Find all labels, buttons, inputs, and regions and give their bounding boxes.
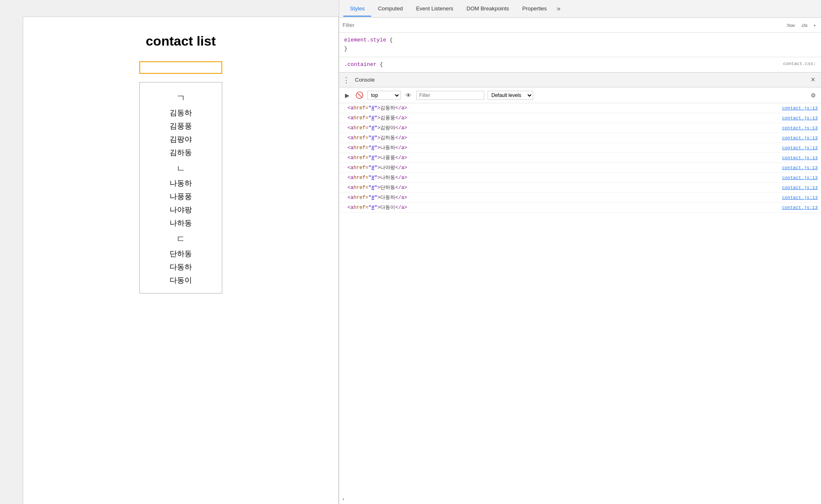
text-node: 김풍풍 [380, 114, 395, 121]
console-filter-input[interactable] [416, 91, 484, 100]
console-row-content: <a href="#">나동하</a> [347, 144, 782, 151]
text-node: 나동하 [380, 144, 395, 151]
list-item: 김풍풍 [170, 119, 192, 133]
tag-close-bracket: > [377, 195, 380, 201]
console-settings-button[interactable]: ⚙ [809, 91, 818, 100]
end-tag-name: a [401, 165, 404, 171]
log-level-selector[interactable]: Default levels [488, 91, 533, 100]
console-row: <a href="#">다동이</a> contact.js:13 [339, 203, 821, 213]
console-row-content: <a href="#">다동하</a> [347, 194, 782, 201]
console-row: <a href="#">나풍풍</a> contact.js:13 [339, 153, 821, 163]
element-style-close: } [344, 45, 816, 53]
end-tag-bracket: > [404, 175, 407, 181]
console-row-content: <a href="#">김풍풍</a> [347, 114, 782, 121]
styles-panel: :hov .cls + element.style { } .container… [339, 18, 821, 73]
tag-open: < [347, 205, 350, 211]
tab-computed[interactable]: Computed [371, 1, 409, 17]
text-node: 나풍풍 [380, 154, 395, 161]
tag-open: < [347, 185, 350, 191]
list-item: 나동하 [170, 177, 192, 190]
section-header-digeut: ㄷ [176, 233, 185, 245]
console-panel: ⋮ Console × ▶ 🚫 top 👁 Default levels ⚙ <… [339, 73, 821, 504]
console-row-source[interactable]: contact.js:13 [782, 106, 818, 111]
end-tag-bracket: > [404, 125, 407, 131]
console-row-source[interactable]: contact.js:13 [782, 195, 818, 200]
tab-properties[interactable]: Properties [516, 1, 554, 17]
tag-close-bracket: > [377, 175, 380, 181]
cls-button[interactable]: .cls [799, 22, 809, 28]
attr-value: "#" [368, 195, 377, 201]
tag-close-bracket: > [377, 115, 380, 121]
end-tag: </ [395, 125, 401, 131]
console-row: <a href="#">김팡야</a> contact.js:13 [339, 123, 821, 133]
tag-open: < [347, 115, 350, 121]
add-style-button[interactable]: + [812, 22, 818, 28]
attr-href: href= [353, 105, 368, 111]
console-row-content: <a href="#">김하동</a> [347, 134, 782, 141]
list-item: 다동하 [170, 260, 192, 274]
console-row-source[interactable]: contact.js:13 [782, 175, 818, 180]
tab-dom-breakpoints[interactable]: DOM Breakpoints [460, 1, 516, 17]
console-chevron-icon: › [342, 496, 344, 502]
styles-filter-row: :hov .cls + [339, 18, 821, 33]
console-row-source[interactable]: contact.js:13 [782, 116, 818, 121]
context-selector[interactable]: top [367, 91, 401, 100]
list-item: 나풍풍 [170, 190, 192, 203]
webpage-panel: contact list ㄱ 김동하 김풍풍 김팡야 김하동 ㄴ 나동하 나풍풍… [23, 17, 339, 504]
end-tag-bracket: > [404, 115, 407, 121]
end-tag: </ [395, 105, 401, 111]
hov-button[interactable]: :hov [785, 22, 797, 28]
list-item: 단하동 [170, 247, 192, 260]
clear-console-button[interactable]: 🚫 [355, 91, 364, 100]
console-row-source[interactable]: contact.js:13 [782, 165, 818, 170]
console-row-content: <a href="#">김팡야</a> [347, 124, 782, 131]
end-tag-name: a [401, 175, 404, 181]
tag-name: a [350, 185, 353, 191]
text-node: 다동하 [380, 194, 395, 201]
console-row-source[interactable]: contact.js:13 [782, 145, 818, 150]
end-tag: </ [395, 205, 401, 211]
attr-href: href= [353, 155, 368, 161]
console-row-source[interactable]: contact.js:13 [782, 155, 818, 160]
tag-name: a [350, 165, 353, 171]
attr-value: "#" [368, 145, 377, 151]
tag-close-bracket: > [377, 105, 380, 111]
console-row-source[interactable]: contact.js:13 [782, 126, 818, 131]
text-node: 김하동 [380, 134, 395, 141]
console-prompt-row[interactable]: › [339, 494, 821, 504]
console-row-content: <a href="#">나풍풍</a> [347, 154, 782, 161]
live-expressions-button[interactable]: 👁 [404, 91, 413, 100]
console-row-content: <a href="#">다동이</a> [347, 204, 782, 211]
tag-close-bracket: > [377, 155, 380, 161]
console-row-source[interactable]: contact.js:13 [782, 185, 818, 190]
end-tag-bracket: > [404, 105, 407, 111]
search-input[interactable] [139, 61, 222, 74]
container-style: .container { contact.css: [339, 57, 821, 73]
console-options-button[interactable]: ⋮ [342, 75, 350, 85]
tag-open: < [347, 135, 350, 141]
console-row-source[interactable]: contact.js:13 [782, 136, 818, 141]
end-tag-bracket: > [404, 155, 407, 161]
console-row: <a href="#">김풍풍</a> contact.js:13 [339, 113, 821, 123]
console-close-button[interactable]: × [808, 75, 818, 85]
end-tag: </ [395, 135, 401, 141]
end-tag-bracket: > [404, 165, 407, 171]
end-tag-bracket: > [404, 205, 407, 211]
attr-href: href= [353, 175, 368, 181]
text-node: 김동하 [380, 104, 395, 111]
tab-styles[interactable]: Styles [343, 1, 371, 17]
tag-name: a [350, 135, 353, 141]
end-tag: </ [395, 155, 401, 161]
container-source[interactable]: contact.css: [783, 61, 816, 68]
styles-filter-input[interactable] [342, 22, 785, 28]
execute-script-button[interactable]: ▶ [342, 91, 352, 100]
console-output: <a href="#">김동하</a> contact.js:13 <a hre… [339, 103, 821, 494]
styles-filter-buttons: :hov .cls + [785, 22, 818, 28]
more-tabs-button[interactable]: » [554, 2, 564, 16]
console-row-source[interactable]: contact.js:13 [782, 205, 818, 210]
tab-event-listeners[interactable]: Event Listeners [409, 1, 460, 17]
console-row: <a href="#">나하동</a> contact.js:13 [339, 173, 821, 183]
tag-close-bracket: > [377, 135, 380, 141]
end-tag-name: a [401, 145, 404, 151]
list-item: 김하동 [170, 146, 192, 159]
